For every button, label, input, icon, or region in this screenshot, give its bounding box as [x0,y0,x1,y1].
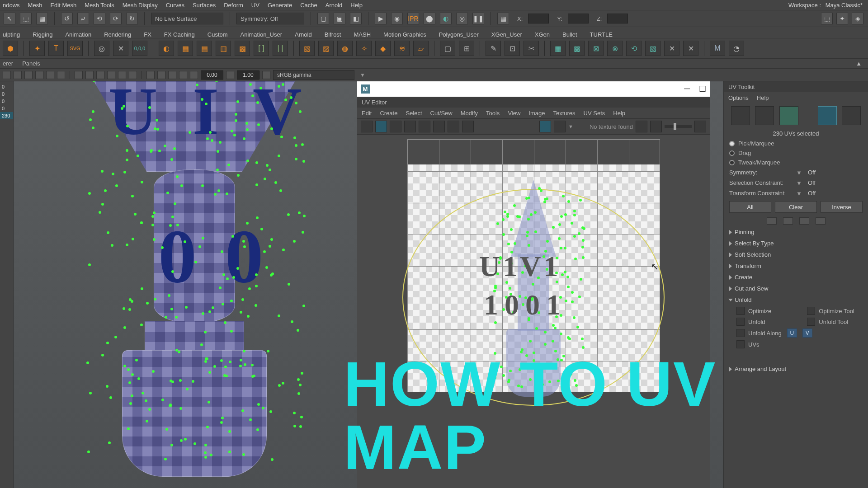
vp-tool-icon[interactable] [146,71,155,79]
vp-value2[interactable]: 1.00 [237,70,259,80]
vp-tool-icon[interactable] [14,71,22,79]
menu-item[interactable]: Arnold [326,2,343,9]
shelf-poly-icon[interactable]: ⬢ [3,41,18,56]
uv-tool-icon[interactable] [433,121,445,132]
shelf-icon[interactable]: ⟲ [626,41,642,56]
toolkit-mode-icon[interactable] [731,106,750,125]
field-value[interactable]: Off [808,169,816,176]
toolkit-mode-icon[interactable] [779,106,798,125]
tool-icon[interactable]: ✦ [836,13,848,24]
shelf-tab[interactable]: Animation_User [241,31,283,38]
uv-menu-item[interactable]: UV Sets [584,110,605,117]
uv-tool-icon[interactable] [404,121,416,132]
tool-icon[interactable]: ▢ [317,13,329,24]
shelf-icon[interactable]: ◍ [337,41,353,56]
section-select-by-type[interactable]: Select By Type [724,238,868,249]
shelf-icon[interactable]: ◆ [375,41,391,56]
render-icon[interactable]: ◐ [440,13,452,24]
section-pinning[interactable]: Pinning [724,226,868,238]
render-icon[interactable]: ◎ [456,13,468,24]
vp-tool-icon[interactable] [179,71,187,79]
tool-icon[interactable]: ⬚ [20,13,32,24]
uv-tool-icon[interactable] [419,121,430,132]
unfold-v-button[interactable]: V [802,328,812,338]
shelf-icon[interactable]: ▥ [216,41,231,56]
uv-menu-item[interactable]: Help [613,110,625,117]
render-icon[interactable]: ⬤ [424,13,435,24]
shelf-icon[interactable]: ◎ [94,41,109,56]
uv-menu-item[interactable]: Select [406,110,422,117]
shelf-icon[interactable]: ✕ [664,41,679,56]
shelf-icon[interactable]: 0,0,0 [132,41,147,56]
vp-value1[interactable]: 0.00 [201,70,223,80]
shelf-icon[interactable]: ✦ [29,41,45,56]
shelf-tab[interactable]: Animation [65,31,91,38]
menu-item[interactable]: Cache [300,2,317,9]
toolkit-menu-item[interactable]: Options [728,94,749,101]
menu-item[interactable]: Mesh Tools [85,2,114,9]
vp-tool-icon[interactable] [35,71,43,79]
vp-tool-icon[interactable] [226,71,234,79]
menu-item[interactable]: Generate [268,2,292,9]
unfold-u-button[interactable]: U [787,328,797,338]
uv-tool-icon[interactable] [448,121,459,132]
render-icon[interactable]: ▶ [375,13,387,24]
radio-icon[interactable] [729,141,735,146]
tool-icon[interactable]: ↺ [61,13,73,24]
uv-menu-item[interactable]: Tools [486,110,500,117]
tool-icon[interactable]: ◈ [852,13,863,24]
select-clear-button[interactable]: Clear [775,201,817,213]
grow-shrink-icon[interactable] [816,217,826,225]
radio-icon[interactable] [729,150,735,156]
menu-item[interactable]: Help [350,2,363,9]
menu-item[interactable]: Surfaces [193,2,216,9]
uv-menu-item[interactable]: Cut/Sew [430,110,453,117]
vp-tool-icon[interactable] [129,71,137,79]
shelf-icon[interactable]: ▢ [440,41,455,56]
select-mode-row[interactable]: Drag [724,148,868,158]
shelf-tab[interactable]: Bullet [562,31,577,38]
vp-tool-icon[interactable] [118,71,126,79]
vp-tool-icon[interactable] [262,71,270,79]
select-inverse-button[interactable]: Inverse [821,201,863,213]
render-icon[interactable]: ◉ [391,13,403,24]
uv-menu-item[interactable]: Textures [553,110,575,117]
shelf-icon[interactable]: ⊠ [588,41,604,56]
tool-icon[interactable]: ⟲ [94,13,105,24]
uv-menu-item[interactable]: Image [528,110,545,117]
chevron-down-icon[interactable]: ▼ [796,169,804,176]
panel-layout-icon[interactable]: ▦ [497,13,509,24]
shelf-tab[interactable]: Motion Graphics [383,31,426,38]
axis-z-input[interactable] [607,14,628,23]
vp-tool-icon[interactable] [3,71,11,79]
panel-menu[interactable]: Panels [22,60,40,67]
shelf-icon[interactable]: ⊞ [459,41,474,56]
shelf-icon[interactable]: ▧ [645,41,660,56]
vp-tool-icon[interactable] [96,71,104,79]
uv-tool-icon[interactable] [636,121,647,132]
shelf-icon[interactable]: | | [273,41,288,56]
shelf-icon[interactable]: ✧ [356,41,372,56]
uv-tool-icon[interactable] [650,121,662,132]
unfold-tool-button[interactable]: Unfold Tool [794,316,865,327]
field-value[interactable]: Off [808,190,816,197]
shelf-tab[interactable]: XGen [535,31,550,38]
shelf-tab[interactable]: FX Caching [164,31,195,38]
tool-icon[interactable]: ↻ [126,13,138,24]
minimize-icon[interactable]: ─ [684,84,690,94]
menu-item[interactable]: ndows [3,2,20,9]
shelf-icon[interactable]: ✕ [113,41,128,56]
menu-item[interactable]: Curves [166,2,184,9]
shelf-icon[interactable]: ◐ [159,41,174,56]
shelf-tab[interactable]: MASH [354,31,371,38]
unfold-button[interactable]: Unfold [724,316,794,327]
vp-tool-icon[interactable] [168,71,176,79]
uv-dim-slider[interactable] [665,125,692,128]
uv-tool-icon[interactable] [361,121,373,132]
tool-icon[interactable]: ⬚ [821,13,833,24]
section-soft-selection[interactable]: Soft Selection [724,249,868,260]
section-unfold[interactable]: Unfold [724,294,868,305]
chevron-down-icon[interactable]: ▼ [568,124,573,129]
toolkit-mode-icon[interactable] [842,106,861,125]
vp-tool-icon[interactable] [75,71,83,79]
